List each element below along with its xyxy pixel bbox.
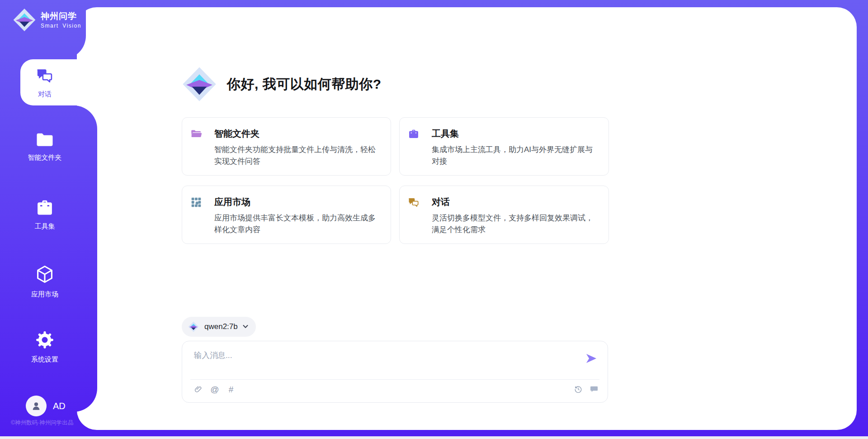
folder-open-icon [190, 128, 202, 140]
sidebar-item-chat[interactable]: 对话 [0, 67, 90, 99]
copyright-footer: ©神州数码·神州问学出品 [11, 419, 73, 427]
card-title: 应用市场 [214, 196, 381, 208]
sidebar-item-label: 系统设置 [0, 355, 90, 364]
cube-icon [35, 264, 54, 286]
app-logo: 神州问学 Smart Vision [13, 8, 81, 32]
sidebar-item-label: 智能文件夹 [0, 153, 90, 162]
folder-icon [36, 132, 54, 149]
card-smart-folder[interactable]: 智能文件夹 智能文件夹功能支持批量文件上传与清洗，轻松实现文件问答 [182, 117, 391, 176]
card-app-market[interactable]: 应用市场 应用市场提供丰富长文本模板，助力高效生成多样化文章内容 [182, 186, 391, 244]
card-toolset[interactable]: 工具集 集成市场上主流工具，助力AI与外界无缝扩展与对接 [399, 117, 609, 176]
app-name: 神州问学 [41, 11, 81, 22]
card-description: 集成市场上主流工具，助力AI与外界无缝扩展与对接 [432, 144, 599, 168]
card-title: 智能文件夹 [214, 128, 381, 140]
sidebar-item-label: 对话 [0, 90, 90, 99]
message-input[interactable]: 输入消息... [194, 350, 232, 361]
card-description: 应用市场提供丰富长文本模板，助力高效生成多样化文章内容 [214, 212, 381, 236]
logo-diamond-icon [182, 67, 217, 102]
briefcase-icon [408, 128, 420, 140]
greeting-text: 你好, 我可以如何帮助你? [227, 75, 382, 94]
feature-cards: 智能文件夹 智能文件夹功能支持批量文件上传与清洗，轻松实现文件问答 工具集 集成… [182, 117, 609, 244]
message-composer[interactable]: 输入消息... @ # [182, 341, 608, 403]
card-description: 智能文件夹功能支持批量文件上传与清洗，轻松实现文件问答 [214, 144, 381, 168]
sidebar-item-label: 工具集 [0, 222, 90, 231]
sidebar-item-label: 应用市场 [0, 290, 90, 299]
chat-bubbles-icon [408, 196, 420, 208]
sidebar-item-app-market[interactable]: 应用市场 [0, 264, 90, 299]
card-chat[interactable]: 对话 灵活切换多模型文件，支持多样回复效果调试，满足个性化需求 [399, 186, 609, 244]
model-name: qwen2:7b [204, 322, 238, 331]
chevron-down-icon [242, 323, 249, 331]
app-grid-icon [190, 196, 202, 208]
app-subtitle: Smart Vision [41, 23, 81, 29]
avatar [26, 396, 47, 416]
chat-bubbles-icon [36, 67, 54, 86]
history-icon[interactable] [574, 385, 583, 394]
send-icon[interactable] [585, 352, 598, 365]
gear-icon [35, 330, 54, 351]
sidebar-item-system-settings[interactable]: 系统设置 [0, 330, 90, 364]
hash-icon[interactable]: # [226, 385, 236, 394]
logo-diamond-icon [188, 321, 199, 332]
attachment-icon[interactable] [194, 385, 203, 394]
card-title: 对话 [432, 196, 599, 208]
briefcase-icon [35, 199, 54, 218]
logo-diamond-icon [13, 8, 36, 32]
window-bottom-edge [0, 436, 868, 439]
user-account[interactable]: AD [26, 396, 66, 416]
user-initials: AD [53, 401, 66, 411]
card-title: 工具集 [432, 128, 599, 140]
composer-divider [190, 379, 599, 380]
card-description: 灵活切换多模型文件，支持多样回复效果调试，满足个性化需求 [432, 212, 599, 236]
sidebar-item-toolset[interactable]: 工具集 [0, 199, 90, 231]
greeting: 你好, 我可以如何帮助你? [182, 67, 382, 102]
mention-icon[interactable]: @ [210, 385, 219, 394]
sidebar-item-smart-folder[interactable]: 智能文件夹 [0, 132, 90, 162]
chat-bubble-icon[interactable] [590, 385, 599, 394]
model-selector[interactable]: qwen2:7b [182, 317, 256, 337]
person-icon [30, 400, 42, 412]
